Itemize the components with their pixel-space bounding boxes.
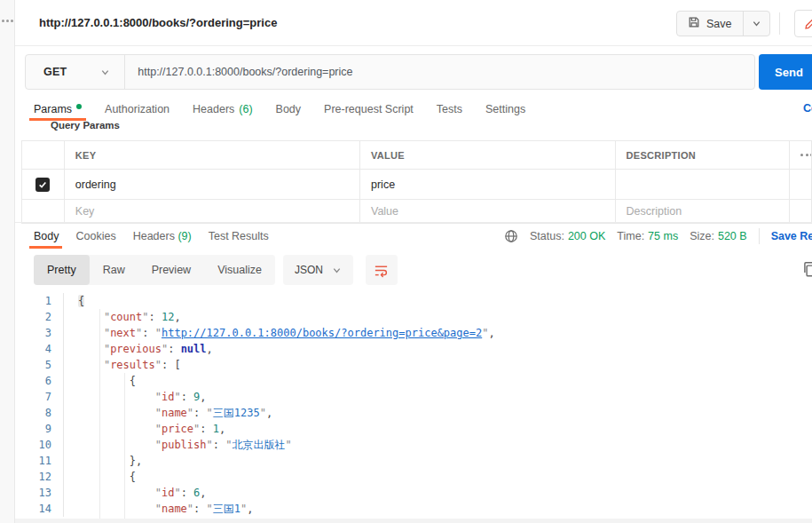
request-header-bar: http://127.0.0.1:8000/books/?ordering=pr… <box>15 0 812 46</box>
response-tab-headers[interactable]: Headers (9) <box>133 226 192 247</box>
response-tab-body[interactable]: Body <box>34 226 59 247</box>
save-response-button[interactable]: Save Response <box>771 230 812 242</box>
response-tab-test-results[interactable]: Test Results <box>209 226 269 247</box>
query-params-table: KEY VALUE DESCRIPTION Bulk Edit ordering… <box>21 140 812 224</box>
new-param-checkbox-cell <box>22 200 65 223</box>
sidebar-menu-dots-icon[interactable] <box>2 20 13 22</box>
tab-tests[interactable]: Tests <box>437 99 462 119</box>
tab-pre-request-script-label: Pre-request Script <box>324 99 414 119</box>
new-param-value-input[interactable]: Value <box>360 200 616 223</box>
line-number: 7 <box>15 389 64 405</box>
table-header-row: KEY VALUE DESCRIPTION Bulk Edit <box>21 140 812 169</box>
status-badge: Status: 200 OK <box>530 230 605 242</box>
table-menu-icon[interactable] <box>800 154 811 156</box>
line-number: 5 <box>15 357 64 373</box>
response-tab-cookies[interactable]: Cookies <box>76 226 116 247</box>
line-number: 11 <box>15 453 64 469</box>
code-line: 12 { <box>15 469 812 485</box>
code-line: 9 "price": 1, <box>15 421 812 437</box>
url-input-container: GET http://127.0.0.1:8000/books/?orderin… <box>25 54 755 90</box>
view-mode-segments: Pretty Raw Preview Visualize <box>34 255 275 285</box>
param-row: ordering price <box>21 169 812 199</box>
code-content: "next": "http://127.0.0.1:8000/books/?or… <box>64 325 495 341</box>
format-selector[interactable]: JSON <box>283 255 353 285</box>
code-content: "id": 6, <box>64 485 207 501</box>
params-indicator-dot-icon <box>76 104 82 109</box>
copy-response-button[interactable] <box>801 260 812 280</box>
code-line: 1{ <box>15 293 812 309</box>
tab-params[interactable]: Params <box>34 99 82 119</box>
response-tabs: Body Cookies Headers (9) Test Results <box>34 226 269 247</box>
param-description-input[interactable] <box>616 170 790 199</box>
column-header-value: VALUE <box>360 141 616 169</box>
globe-icon <box>504 229 518 243</box>
code-line: 2 "count": 12, <box>15 309 812 325</box>
line-number: 9 <box>15 421 64 437</box>
save-options-button[interactable] <box>743 12 769 36</box>
chevron-down-icon <box>752 19 761 28</box>
send-button[interactable]: Send <box>759 54 812 90</box>
line-number: 10 <box>15 437 64 453</box>
table-actions-cell: Bulk Edit <box>790 141 811 169</box>
code-line: 11 }, <box>15 453 812 469</box>
code-line: 4 "previous": null, <box>15 341 812 357</box>
view-tab-visualize[interactable]: Visualize <box>204 255 275 285</box>
tab-authorization[interactable]: Authorization <box>105 99 169 119</box>
line-number: 1 <box>15 293 64 309</box>
tab-body-label: Body <box>276 99 302 119</box>
tab-headers[interactable]: Headers (6) <box>193 99 253 119</box>
response-view-toolbar: Pretty Raw Preview Visualize JSON <box>34 255 398 285</box>
response-section-divider <box>15 222 812 223</box>
param-key-input[interactable]: ordering <box>65 170 360 199</box>
tab-authorization-label: Authorization <box>105 99 169 119</box>
save-button[interactable]: Save <box>676 11 770 36</box>
collapsed-sidebar-rail[interactable] <box>0 0 15 523</box>
cookies-link[interactable]: Cookies <box>803 102 812 115</box>
tab-pre-request-script[interactable]: Pre-request Script <box>324 99 414 119</box>
new-param-key-input[interactable]: Key <box>65 200 360 223</box>
indent-guide <box>99 309 100 519</box>
check-icon <box>38 180 47 189</box>
param-checkbox[interactable] <box>35 178 50 192</box>
size-badge: Size: 520 B <box>690 230 746 242</box>
code-line: 8 "name": "三国1235", <box>15 405 812 421</box>
code-lines: 1{2 "count": 12,3 "next": "http://127.0.… <box>15 293 812 517</box>
meta-divider <box>759 228 760 244</box>
line-number: 8 <box>15 405 64 421</box>
param-value-input[interactable]: price <box>360 170 616 199</box>
new-param-description-input[interactable]: Description <box>616 200 790 223</box>
code-line: 13 "id": 6, <box>15 485 812 501</box>
view-tab-preview[interactable]: Preview <box>138 255 204 285</box>
save-button-main[interactable]: Save <box>677 12 743 36</box>
tab-settings-label: Settings <box>485 99 525 119</box>
column-header-key: KEY <box>65 141 360 169</box>
line-number: 14 <box>15 501 64 517</box>
tab-params-label: Params <box>34 99 72 119</box>
method-selector[interactable]: GET <box>26 55 124 89</box>
new-param-row: Key Value Description <box>21 199 812 224</box>
tab-body[interactable]: Body <box>276 99 302 119</box>
tab-settings[interactable]: Settings <box>485 99 525 119</box>
horizontal-scrollbar-track[interactable] <box>15 519 812 523</box>
response-meta-bar: Status: 200 OK Time: 75 ms Size: 520 B S… <box>504 226 812 247</box>
save-button-label: Save <box>706 18 732 30</box>
request-title: http://127.0.0.1:8000/books/?ordering=pr… <box>39 16 277 29</box>
code-content: { <box>64 293 84 309</box>
code-line: 5 "results": [ <box>15 357 812 373</box>
edit-request-button[interactable] <box>794 10 812 37</box>
line-number: 4 <box>15 341 64 357</box>
code-line: 10 "publish": "北京出版社" <box>15 437 812 453</box>
wrap-line-button[interactable] <box>366 255 398 285</box>
url-input[interactable]: http://127.0.0.1:8000/books/?ordering=pr… <box>125 66 352 78</box>
json-link[interactable]: http://127.0.0.1:8000/books/?ordering=pr… <box>162 327 482 339</box>
code-content: "name": "三国1", <box>64 501 253 517</box>
response-body-editor[interactable]: 1{2 "count": 12,3 "next": "http://127.0.… <box>15 289 812 519</box>
tab-headers-label: Headers <box>193 99 234 119</box>
view-tab-pretty[interactable]: Pretty <box>34 255 90 285</box>
wrap-line-icon <box>374 263 389 278</box>
code-content: "id": 9, <box>64 389 207 405</box>
view-tab-raw[interactable]: Raw <box>90 255 138 285</box>
edit-pencil-icon <box>804 17 812 30</box>
chevron-down-icon <box>332 265 342 275</box>
size-label: Size: <box>690 230 714 242</box>
